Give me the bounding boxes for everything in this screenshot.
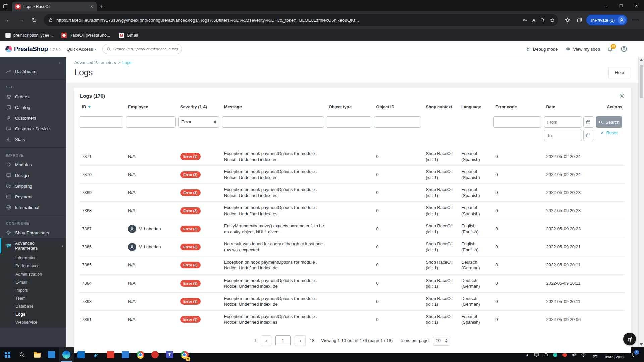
taskbar-app-5-icon[interactable] [148, 347, 162, 362]
submenu-item-administration[interactable]: Administration [0, 270, 66, 278]
column-header-severity[interactable]: Severity (1-4) [178, 102, 222, 113]
page-scrollbar[interactable] [638, 57, 644, 347]
notifications-button[interactable]: 15 [607, 46, 613, 52]
previous-page-button[interactable]: ‹ [261, 335, 271, 346]
start-button[interactable] [0, 347, 15, 362]
account-menu-button[interactable] [621, 46, 627, 52]
close-button[interactable]: × [629, 0, 644, 11]
file-explorer-icon[interactable] [30, 347, 44, 362]
submenu-item-performance[interactable]: Performance [0, 262, 66, 270]
internet-explorer-icon[interactable]: e [89, 347, 103, 362]
filter-message-input[interactable] [222, 116, 324, 128]
read-aloud-icon[interactable]: A [532, 18, 535, 23]
sidebar-item-stats[interactable]: Stats [0, 134, 66, 145]
grid-settings-icon[interactable] [619, 93, 625, 99]
column-header-id[interactable]: ID [80, 102, 126, 113]
column-header-date[interactable]: Date [544, 102, 596, 113]
taskbar-app-1-icon[interactable] [44, 347, 59, 362]
sidebar-item-international[interactable]: International [0, 202, 66, 213]
sidebar-item-payment[interactable]: Payment [0, 191, 66, 202]
submenu-item-logs[interactable]: Logs [0, 310, 66, 318]
maximize-button[interactable]: □ [613, 0, 629, 11]
column-header-object-type[interactable]: Object type [327, 102, 374, 113]
chrome-icon[interactable] [133, 347, 148, 362]
scroll-up-arrow[interactable] [639, 57, 644, 63]
scrollbar-thumb[interactable] [640, 65, 643, 98]
breadcrumb-parent[interactable]: Advanced Parameters [74, 60, 116, 65]
new-tab-button[interactable]: + [100, 3, 104, 10]
search-button[interactable]: Search [596, 116, 622, 128]
bookmark-item[interactable]: M Gmail [119, 33, 138, 38]
prestashop-logo[interactable]: PrestaShop 1.7.8.0 [5, 45, 61, 53]
collections-icon[interactable] [574, 15, 584, 25]
sidebar-item-modules[interactable]: Modules [0, 159, 66, 170]
column-header-language[interactable]: Language [459, 102, 493, 113]
bookmark-item[interactable]: RaceOil (PrestaSho... [61, 33, 110, 38]
column-header-object-id[interactable]: Object ID [374, 102, 424, 113]
sidebar-item-dashboard[interactable]: Dashboard [0, 66, 66, 77]
submenu-item-information[interactable]: Information [0, 254, 66, 262]
column-header-error-code[interactable]: Error code [493, 102, 544, 113]
help-button[interactable]: Help [608, 67, 630, 78]
submenu-item-webservice[interactable]: Webservice [0, 318, 66, 326]
browser-menu-icon[interactable]: ⋯ [629, 16, 641, 24]
inprivate-badge[interactable]: InPrivate (2) [586, 15, 627, 25]
profile-avatar[interactable] [618, 16, 626, 24]
browser-tab[interactable]: Logs • RaceOil × [12, 2, 97, 11]
sidebar-item-shop-parameters[interactable]: Shop Parameters [0, 227, 66, 238]
submenu-item-email[interactable]: E-mail [0, 278, 66, 286]
filter-severity-select[interactable]: Error [178, 116, 219, 128]
filter-object-type-input[interactable] [327, 116, 371, 128]
filter-error-code-input[interactable] [493, 116, 541, 128]
taskbar-app-2-icon[interactable] [74, 347, 89, 362]
breadcrumb-current[interactable]: Logs [122, 60, 131, 65]
edge-icon[interactable] [59, 347, 74, 362]
sidebar-item-customer-service[interactable]: Customer Service [0, 123, 66, 134]
taskbar-search-button[interactable] [15, 347, 30, 362]
sidebar-item-orders[interactable]: Orders [0, 91, 66, 102]
column-header-message[interactable]: Message [222, 102, 327, 113]
collapse-sidebar-button[interactable]: « [59, 60, 62, 65]
items-per-page-select[interactable]: 10 [433, 336, 450, 346]
sidebar-item-design[interactable]: Design [0, 170, 66, 181]
next-page-button[interactable]: › [295, 335, 306, 346]
calendar-icon[interactable] [583, 116, 593, 128]
taskbar-app-3-icon[interactable] [103, 347, 118, 362]
reset-button[interactable]: Reset [596, 130, 622, 135]
admin-search[interactable] [102, 44, 182, 54]
debug-mode-indicator[interactable]: Debug mode [526, 47, 558, 52]
url-bar[interactable]: https://raceoil.eu/admin9173s3wgy/index.… [44, 14, 558, 26]
symfony-profiler-button[interactable]: sf [623, 333, 636, 345]
filter-date-to-input[interactable] [544, 130, 582, 141]
search-in-page-icon[interactable] [540, 18, 545, 23]
page-number-input[interactable] [275, 335, 291, 346]
sidebar-item-catalog[interactable]: Catalog [0, 102, 66, 113]
refresh-button[interactable]: ↻ [29, 15, 40, 25]
quick-access-menu[interactable]: Quick Access ▾ [67, 47, 96, 52]
sidebar-item-advanced-parameters[interactable]: Advanced Parameters ▴ [0, 238, 66, 253]
favorites-icon[interactable] [562, 15, 572, 25]
password-key-icon[interactable] [523, 18, 528, 23]
scroll-down-arrow[interactable] [639, 342, 644, 347]
search-input[interactable] [113, 47, 177, 51]
submenu-item-team[interactable]: Team [0, 294, 66, 302]
calendar-icon[interactable] [583, 130, 593, 141]
filter-object-id-input[interactable] [374, 116, 421, 128]
column-header-employee[interactable]: Employee [126, 102, 178, 113]
taskbar-app-4-icon[interactable] [118, 347, 133, 362]
tab-actions-icon[interactable] [0, 1, 11, 11]
sidebar-item-shipping[interactable]: Shipping [0, 181, 66, 191]
tab-close-icon[interactable]: × [89, 4, 94, 9]
filter-id-input[interactable] [80, 116, 123, 128]
submenu-item-database[interactable]: Database [0, 302, 66, 310]
submenu-item-import[interactable]: Import [0, 286, 66, 294]
action-center-button[interactable]: 1 [628, 347, 640, 362]
add-favorite-icon[interactable] [550, 18, 555, 23]
teams-icon[interactable]: T [162, 347, 177, 362]
back-button[interactable]: ← [3, 15, 14, 25]
filter-employee-input[interactable] [126, 116, 176, 128]
forward-button[interactable]: → [16, 15, 27, 25]
minimize-button[interactable]: – [598, 0, 613, 11]
column-header-shop-context[interactable]: Shop context [424, 102, 459, 113]
sidebar-item-customers[interactable]: Customers [0, 113, 66, 123]
